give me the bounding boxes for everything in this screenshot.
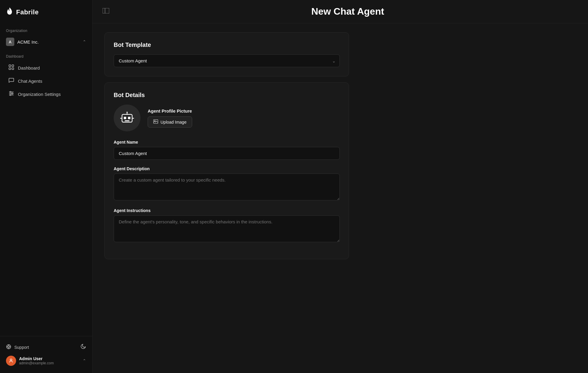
sidebar-item-dashboard-label: Dashboard	[18, 65, 40, 70]
template-select-wrapper: Custom Agent Support Agent Sales Agent	[114, 54, 340, 67]
svg-rect-1	[12, 65, 14, 67]
support-item[interactable]: Support	[6, 344, 29, 350]
svg-point-8	[12, 93, 13, 94]
content-area: Bot Template Custom Agent Support Agent …	[92, 23, 361, 268]
bot-avatar	[114, 105, 141, 131]
sidebar-toggle-button[interactable]	[101, 7, 110, 16]
svg-rect-21	[128, 117, 130, 119]
main-content: New Chat Agent Bot Template Custom Agent…	[92, 0, 588, 373]
user-avatar	[6, 356, 16, 366]
page-title: New Chat Agent	[116, 6, 579, 17]
chat-icon	[8, 78, 14, 84]
svg-rect-0	[9, 65, 11, 67]
org-section-label: Organization	[0, 23, 92, 35]
support-label: Support	[14, 345, 29, 350]
org-name: ACME Inc.	[17, 39, 39, 44]
org-info: A ACME Inc.	[6, 38, 39, 46]
agent-instructions-group: Agent Instructions	[114, 208, 340, 243]
agent-instructions-label: Agent Instructions	[114, 208, 340, 213]
svg-rect-24	[125, 120, 129, 121]
sidebar-nav: Dashboard Chat Agents Organ	[0, 61, 92, 101]
user-chevron-icon: ⌃	[83, 358, 86, 363]
svg-rect-3	[12, 68, 14, 70]
logo-icon	[6, 7, 13, 17]
logo[interactable]: Fabrile	[0, 0, 92, 23]
main-header: New Chat Agent	[92, 0, 588, 23]
user-email: admin@example.com	[19, 361, 54, 365]
svg-rect-27	[154, 120, 158, 124]
user-row[interactable]: Admin User admin@example.com ⌃	[2, 353, 90, 368]
svg-point-9	[10, 94, 11, 96]
upload-btn-label: Upload Image	[160, 120, 186, 125]
support-row: Support	[2, 341, 90, 353]
svg-rect-17	[103, 8, 109, 13]
upload-image-button[interactable]: Upload Image	[148, 116, 192, 128]
user-name: Admin User	[19, 356, 54, 361]
user-details: Admin User admin@example.com	[19, 356, 54, 365]
sidebar-item-dashboard[interactable]: Dashboard	[2, 62, 90, 74]
agent-description-label: Agent Description	[114, 166, 340, 171]
sidebar-item-chat-agents-label: Chat Agents	[18, 79, 42, 84]
org-selector[interactable]: A ACME Inc. ⌃	[0, 35, 92, 48]
profile-pic-section: Agent Profile Picture Upload Image	[114, 105, 340, 131]
sliders-icon	[8, 91, 14, 97]
svg-point-7	[10, 91, 11, 93]
svg-rect-2	[9, 68, 11, 70]
sidebar-bottom: Support Admin User admin@example.com	[0, 336, 92, 373]
sidebar: Fabrile Organization A ACME Inc. ⌃ Dashb…	[0, 0, 92, 373]
sidebar-item-org-settings-label: Organization Settings	[18, 92, 61, 97]
support-icon	[6, 344, 11, 350]
grid-icon	[8, 65, 14, 71]
bot-details-title: Bot Details	[114, 92, 340, 99]
agent-name-label: Agent Name	[114, 140, 340, 145]
svg-point-11	[8, 346, 10, 348]
bot-template-card: Bot Template Custom Agent Support Agent …	[104, 32, 349, 76]
svg-point-16	[10, 359, 12, 361]
agent-description-group: Agent Description	[114, 166, 340, 202]
dashboard-section-label: Dashboard	[0, 48, 92, 61]
sidebar-item-chat-agents[interactable]: Chat Agents	[2, 75, 90, 87]
agent-instructions-textarea[interactable]	[114, 215, 340, 242]
sidebar-item-org-settings[interactable]: Organization Settings	[2, 88, 90, 100]
bot-template-select[interactable]: Custom Agent Support Agent Sales Agent	[114, 54, 340, 67]
dark-mode-toggle[interactable]	[80, 343, 86, 351]
bot-template-title: Bot Template	[114, 42, 340, 48]
agent-name-input[interactable]	[114, 147, 340, 160]
svg-point-23	[126, 112, 128, 113]
profile-pic-info: Agent Profile Picture Upload Image	[148, 108, 192, 128]
agent-description-textarea[interactable]	[114, 174, 340, 200]
app-name: Fabrile	[16, 8, 39, 16]
user-info: Admin User admin@example.com	[6, 356, 54, 366]
bot-details-card: Bot Details	[104, 82, 349, 259]
svg-rect-20	[124, 117, 126, 119]
profile-pic-label: Agent Profile Picture	[148, 108, 192, 113]
agent-name-group: Agent Name	[114, 140, 340, 160]
upload-icon	[153, 119, 158, 125]
org-avatar: A	[6, 38, 14, 46]
chevron-down-icon: ⌃	[83, 39, 86, 44]
svg-point-28	[155, 121, 155, 122]
